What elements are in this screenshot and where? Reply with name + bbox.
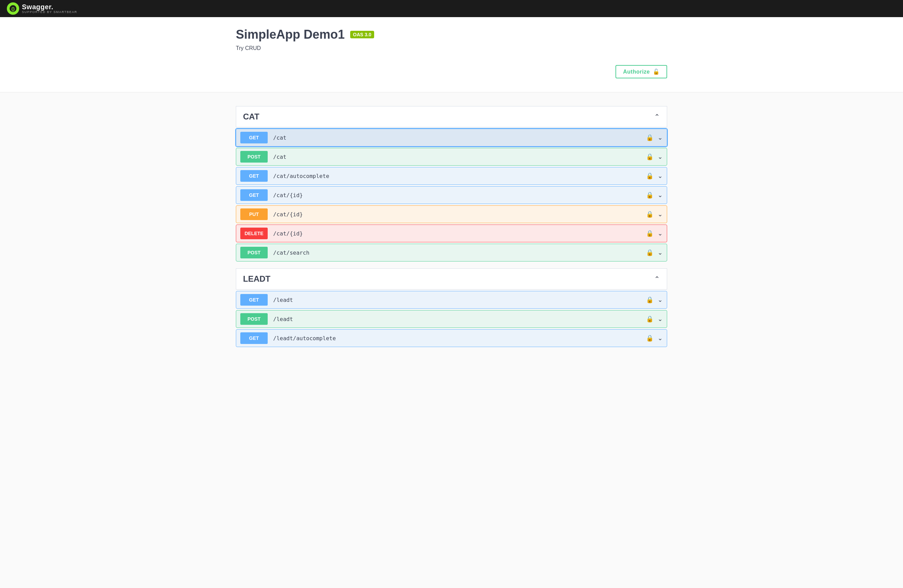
method-badge-get: GET (240, 170, 268, 182)
leadt-section: LEADT ⌃ GET /leadt 🔒 ⌄ POST /leadt 🔒 ⌄ (236, 268, 667, 347)
endpoint-path: /leadt (273, 316, 646, 322)
swagger-logo-circle: {} (7, 2, 19, 15)
chevron-down-icon: ⌄ (658, 191, 663, 199)
endpoint-path: /cat/{id} (273, 192, 646, 198)
endpoint-actions: 🔒 ⌄ (646, 249, 663, 256)
logo: {} Swagger. Supported by SMARTBEAR (7, 2, 77, 15)
endpoint-path: /cat (273, 135, 646, 141)
chevron-down-icon: ⌄ (658, 334, 663, 342)
authorize-label: Authorize (623, 69, 650, 75)
authorize-row: Authorize 🔓 (236, 58, 667, 85)
lock-icon: 🔒 (646, 334, 653, 342)
endpoint-actions: 🔒 ⌄ (646, 315, 663, 323)
endpoint-actions: 🔒 ⌄ (646, 296, 663, 303)
chevron-down-icon: ⌄ (658, 153, 663, 160)
lock-icon: 🔓 (653, 68, 660, 75)
cat-section-title: CAT (243, 112, 260, 121)
header-section: SimpleApp Demo1 OAS 3.0 Try CRUD Authori… (0, 17, 903, 93)
endpoint-path: /cat/{id} (273, 211, 646, 218)
lock-icon: 🔒 (646, 191, 653, 199)
endpoint-actions: 🔒 ⌄ (646, 134, 663, 141)
endpoint-actions: 🔒 ⌄ (646, 334, 663, 342)
swagger-icon: {} (9, 5, 17, 12)
leadt-chevron-icon: ⌃ (654, 275, 660, 283)
lock-icon: 🔒 (646, 230, 653, 237)
method-badge-put: PUT (240, 208, 268, 220)
endpoint-path: /cat/search (273, 250, 646, 256)
endpoint-get-cat-id[interactable]: GET /cat/{id} 🔒 ⌄ (236, 186, 667, 204)
svg-text:{}: {} (11, 6, 15, 11)
endpoint-get-cat[interactable]: GET /cat 🔒 ⌄ (236, 129, 667, 146)
endpoint-actions: 🔒 ⌄ (646, 230, 663, 237)
chevron-down-icon: ⌄ (658, 249, 663, 256)
endpoint-path: /leadt/autocomplete (273, 335, 646, 341)
endpoint-delete-cat-id[interactable]: DELETE /cat/{id} 🔒 ⌄ (236, 225, 667, 242)
method-badge-post: POST (240, 313, 268, 325)
chevron-down-icon: ⌄ (658, 134, 663, 141)
method-badge-post: POST (240, 247, 268, 258)
swagger-brand-name: Swagger. (22, 3, 77, 10)
endpoint-actions: 🔒 ⌄ (646, 191, 663, 199)
api-content: CAT ⌃ GET /cat 🔒 ⌄ POST /cat 🔒 ⌄ (226, 93, 677, 357)
endpoint-path: /cat/autocomplete (273, 173, 646, 179)
lock-icon: 🔒 (646, 315, 653, 323)
lock-icon: 🔒 (646, 134, 653, 141)
lock-icon: 🔒 (646, 296, 653, 303)
cat-section: CAT ⌃ GET /cat 🔒 ⌄ POST /cat 🔒 ⌄ (236, 106, 667, 261)
cat-section-header[interactable]: CAT ⌃ (236, 106, 667, 127)
cat-chevron-icon: ⌃ (654, 113, 660, 121)
leadt-section-header[interactable]: LEADT ⌃ (236, 268, 667, 289)
chevron-down-icon: ⌄ (658, 172, 663, 180)
app-title-row: SimpleApp Demo1 OAS 3.0 (236, 27, 667, 42)
endpoint-get-leadt-autocomplete[interactable]: GET /leadt/autocomplete 🔒 ⌄ (236, 329, 667, 347)
endpoint-get-leadt[interactable]: GET /leadt 🔒 ⌄ (236, 291, 667, 309)
cat-section-content: GET /cat 🔒 ⌄ POST /cat 🔒 ⌄ GET /cat/au (236, 129, 667, 261)
method-badge-get: GET (240, 132, 268, 143)
endpoint-actions: 🔒 ⌄ (646, 172, 663, 180)
chevron-down-icon: ⌄ (658, 315, 663, 323)
chevron-down-icon: ⌄ (658, 296, 663, 303)
chevron-down-icon: ⌄ (658, 230, 663, 237)
endpoint-put-cat-id[interactable]: PUT /cat/{id} 🔒 ⌄ (236, 205, 667, 223)
endpoint-path: /leadt (273, 297, 646, 303)
page-title: SimpleApp Demo1 (236, 27, 345, 42)
leadt-section-content: GET /leadt 🔒 ⌄ POST /leadt 🔒 ⌄ GET /le (236, 291, 667, 347)
endpoint-post-cat[interactable]: POST /cat 🔒 ⌄ (236, 148, 667, 166)
endpoint-path: /cat/{id} (273, 230, 646, 237)
endpoint-post-leadt[interactable]: POST /leadt 🔒 ⌄ (236, 310, 667, 328)
lock-icon: 🔒 (646, 211, 653, 218)
method-badge-post: POST (240, 151, 268, 163)
topbar: {} Swagger. Supported by SMARTBEAR (0, 0, 903, 17)
lock-icon: 🔒 (646, 153, 653, 160)
oas-badge: OAS 3.0 (350, 31, 374, 38)
endpoint-post-cat-search[interactable]: POST /cat/search 🔒 ⌄ (236, 244, 667, 261)
endpoint-get-cat-autocomplete[interactable]: GET /cat/autocomplete 🔒 ⌄ (236, 167, 667, 185)
endpoint-actions: 🔒 ⌄ (646, 153, 663, 160)
method-badge-delete: DELETE (240, 228, 268, 239)
authorize-button[interactable]: Authorize 🔓 (615, 65, 667, 79)
leadt-section-title: LEADT (243, 274, 271, 284)
swagger-brand: Swagger. Supported by SMARTBEAR (22, 3, 77, 14)
app-description: Try CRUD (236, 45, 667, 51)
chevron-down-icon: ⌄ (658, 211, 663, 218)
method-badge-get: GET (240, 332, 268, 344)
method-badge-get: GET (240, 294, 268, 306)
endpoint-actions: 🔒 ⌄ (646, 211, 663, 218)
endpoint-path: /cat (273, 154, 646, 160)
lock-icon: 🔒 (646, 172, 653, 180)
swagger-brand-sub: Supported by SMARTBEAR (22, 10, 77, 14)
lock-icon: 🔒 (646, 249, 653, 256)
method-badge-get: GET (240, 189, 268, 201)
